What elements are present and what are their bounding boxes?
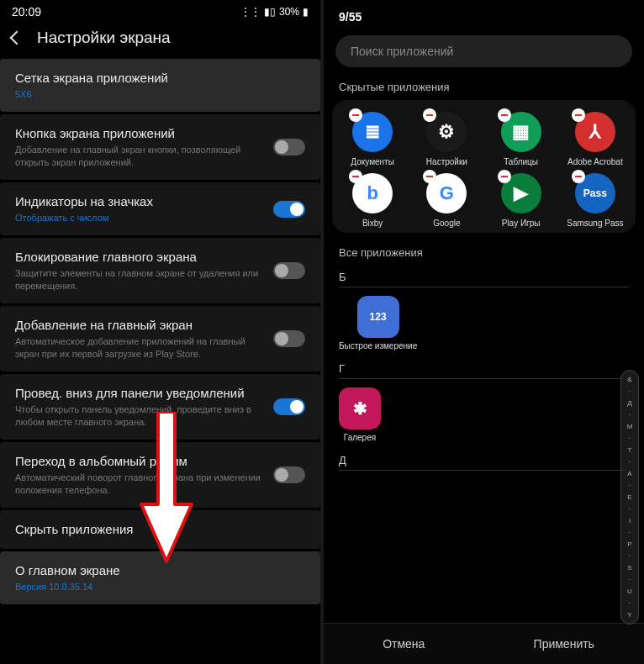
remove-badge-icon[interactable] bbox=[349, 108, 362, 122]
toggle-switch[interactable] bbox=[273, 466, 305, 483]
app-label: Таблицы bbox=[504, 157, 538, 166]
all-apps-list: Б123Быстрое измерениеГ✱ГалереяД bbox=[324, 266, 644, 623]
app-icon: ⚙ bbox=[426, 112, 467, 152]
index-letter[interactable]: · bbox=[629, 387, 631, 395]
toggle-switch[interactable] bbox=[273, 201, 305, 218]
index-letter[interactable]: · bbox=[629, 529, 631, 536]
settings-item[interactable]: Добавление на главный экранАвтоматическо… bbox=[0, 306, 320, 372]
app-icon: ⅄ bbox=[575, 112, 615, 152]
item-subtitle: Чтобы открыть панель уведомлений, провед… bbox=[15, 403, 265, 429]
settings-item[interactable]: Кнопка экрана приложенийДобавление на гл… bbox=[0, 114, 320, 180]
letter-header: Д bbox=[324, 449, 644, 468]
toggle-switch[interactable] bbox=[273, 330, 305, 347]
index-letter[interactable]: · bbox=[629, 458, 631, 466]
hidden-apps-grid: ≣Документы⚙Настройки▦Таблицы⅄Adobe Acrob… bbox=[337, 112, 631, 228]
toggle-switch[interactable] bbox=[273, 262, 305, 279]
app-icon: Pass bbox=[575, 173, 615, 213]
remove-badge-icon[interactable] bbox=[572, 108, 585, 122]
remove-badge-icon[interactable] bbox=[349, 170, 362, 183]
index-letter[interactable]: & bbox=[627, 376, 631, 383]
index-letter[interactable]: Y bbox=[627, 611, 631, 619]
hidden-app[interactable]: ⚙Настройки bbox=[411, 112, 482, 166]
app-icon: ≣ bbox=[352, 112, 393, 152]
app-icon: G bbox=[426, 173, 467, 213]
remove-badge-icon[interactable] bbox=[423, 170, 436, 183]
item-title: Провед. вниз для панели уведомлений bbox=[15, 385, 265, 402]
back-icon[interactable] bbox=[10, 31, 24, 45]
hidden-app[interactable]: bBixby bbox=[337, 173, 408, 228]
app-icon: b bbox=[352, 173, 393, 213]
hidden-apps-label: Скрытые приложения bbox=[324, 77, 644, 100]
all-app-item[interactable]: ✱Галерея bbox=[324, 386, 644, 449]
index-letter[interactable]: · bbox=[629, 482, 631, 489]
item-title: Блокирование главного экрана bbox=[15, 249, 265, 266]
item-subtitle: Автоматическое добавление приложений на … bbox=[15, 335, 265, 361]
app-label: Adobe Acrobat bbox=[567, 157, 623, 166]
index-letter[interactable]: · bbox=[629, 411, 631, 419]
header: Настройки экрана bbox=[0, 20, 320, 59]
app-label: Google bbox=[433, 219, 460, 228]
app-icon: ✱ bbox=[339, 387, 381, 429]
remove-badge-icon[interactable] bbox=[423, 108, 436, 122]
item-title: Скрыть приложения bbox=[15, 521, 305, 538]
all-apps-label: Все приложения bbox=[324, 243, 644, 266]
settings-item[interactable]: Скрыть приложения bbox=[0, 510, 320, 549]
item-subtitle: Отображать с числом bbox=[15, 212, 265, 224]
app-icon: 123 bbox=[357, 296, 399, 338]
hidden-app[interactable]: ▦Таблицы bbox=[486, 112, 557, 166]
settings-item[interactable]: О главном экранеВерсия 10.0.35.14 bbox=[0, 551, 320, 604]
index-letter[interactable]: · bbox=[629, 599, 631, 607]
app-label: Настройки bbox=[426, 157, 467, 166]
toggle-switch[interactable] bbox=[273, 398, 305, 415]
cancel-button[interactable]: Отмена bbox=[324, 624, 484, 664]
item-title: Переход в альбомный режим bbox=[15, 453, 265, 470]
apply-button[interactable]: Применить bbox=[484, 624, 645, 664]
search-input[interactable]: Поиск приложений bbox=[335, 35, 632, 67]
index-letter[interactable]: · bbox=[629, 576, 631, 583]
hidden-app[interactable]: ▶Play Игры bbox=[486, 173, 557, 228]
app-label: Галерея bbox=[344, 433, 376, 442]
remove-badge-icon[interactable] bbox=[572, 170, 585, 183]
index-letter[interactable]: · bbox=[629, 552, 631, 560]
hidden-app[interactable]: ≣Документы bbox=[337, 112, 408, 166]
settings-item[interactable]: Сетка экрана приложений5X6 bbox=[0, 59, 320, 112]
battery-icon: ▮ bbox=[303, 6, 309, 18]
index-letter[interactable]: Т bbox=[628, 446, 632, 454]
item-title: О главном экране bbox=[15, 562, 305, 579]
index-letter[interactable]: Д bbox=[627, 399, 631, 407]
settings-item[interactable]: Индикаторы на значкахОтображать с числом bbox=[0, 182, 320, 235]
letter-header: Г bbox=[324, 357, 644, 377]
hidden-app[interactable]: GGoogle bbox=[411, 173, 482, 228]
app-label: Документы bbox=[351, 157, 394, 166]
index-letter[interactable]: U bbox=[627, 588, 632, 595]
index-letter[interactable]: Е bbox=[627, 493, 631, 501]
item-subtitle: 5X6 bbox=[15, 88, 305, 101]
index-letter[interactable]: I bbox=[629, 517, 631, 524]
letter-header: Б bbox=[324, 266, 644, 285]
hidden-apps-panel: ≣Документы⚙Настройки▦Таблицы⅄Adobe Acrob… bbox=[332, 100, 636, 233]
app-icon: ▦ bbox=[501, 112, 541, 152]
item-title: Добавление на главный экран bbox=[15, 317, 265, 334]
index-letter[interactable]: А bbox=[627, 470, 631, 477]
app-label: Play Игры bbox=[502, 219, 541, 228]
remove-badge-icon[interactable] bbox=[498, 170, 511, 183]
settings-screen: 20:09 ⋮⋮ ▮▯ 30% ▮ Настройки экрана Сетка… bbox=[0, 0, 320, 664]
toggle-switch[interactable] bbox=[273, 139, 305, 155]
status-bar: 20:09 ⋮⋮ ▮▯ 30% ▮ bbox=[0, 0, 320, 20]
index-letter[interactable]: · bbox=[629, 435, 631, 442]
alphabet-index[interactable]: &·Д·М·Т·А·Е·I·P·S·U·Y bbox=[620, 370, 639, 624]
index-letter[interactable]: М bbox=[627, 423, 633, 430]
signal-icon: ▮▯ bbox=[264, 6, 276, 18]
remove-badge-icon[interactable] bbox=[498, 108, 511, 122]
hidden-app[interactable]: PassSamsung Pass bbox=[560, 173, 631, 228]
settings-item[interactable]: Переход в альбомный режимАвтоматический … bbox=[0, 442, 320, 508]
all-app-item[interactable]: 123Быстрое измерение bbox=[324, 294, 644, 357]
app-icon: ▶ bbox=[501, 173, 541, 213]
settings-item[interactable]: Блокирование главного экранаЗащитите эле… bbox=[0, 238, 320, 303]
status-time: 20:09 bbox=[12, 5, 41, 18]
index-letter[interactable]: S bbox=[627, 564, 631, 572]
index-letter[interactable]: · bbox=[629, 505, 631, 513]
index-letter[interactable]: P bbox=[627, 540, 631, 548]
settings-item[interactable]: Провед. вниз для панели уведомленийЧтобы… bbox=[0, 374, 320, 440]
hidden-app[interactable]: ⅄Adobe Acrobat bbox=[560, 112, 631, 166]
